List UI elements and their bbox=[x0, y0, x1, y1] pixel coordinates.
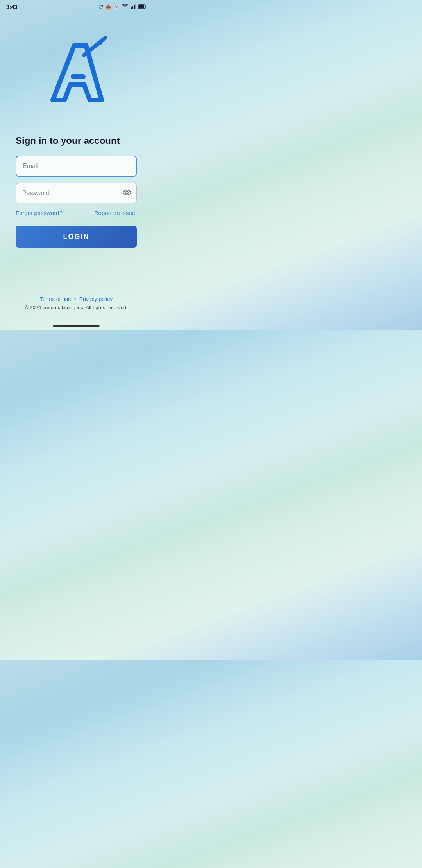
copyright-text: © 2024 cunomial.com, inc. All rights res… bbox=[0, 305, 152, 310]
battery-icon bbox=[138, 4, 146, 10]
app-logo bbox=[37, 30, 115, 108]
privacy-policy-link[interactable]: Privacy policy bbox=[79, 296, 113, 302]
terms-of-use-link[interactable]: Terms of use bbox=[40, 296, 71, 302]
report-issue-link[interactable]: Report an issue! bbox=[94, 210, 137, 216]
home-indicator bbox=[53, 325, 100, 327]
password-input[interactable] bbox=[16, 183, 137, 203]
status-icons: 🛡 📥 👻 bbox=[98, 4, 146, 10]
password-toggle-icon[interactable] bbox=[123, 189, 131, 198]
form-title: Sign in to your account bbox=[16, 135, 137, 146]
svg-rect-1 bbox=[132, 6, 133, 9]
password-wrapper bbox=[16, 183, 137, 203]
form-section: Sign in to your account Forgot password?… bbox=[0, 127, 152, 256]
logo-section bbox=[0, 14, 152, 116]
signal-icon bbox=[131, 4, 136, 10]
email-wrapper bbox=[16, 156, 137, 177]
svg-point-10 bbox=[126, 192, 128, 194]
forgot-password-link[interactable]: Forgot password? bbox=[16, 210, 63, 216]
svg-rect-6 bbox=[139, 5, 144, 8]
links-row: Forgot password? Report an issue! bbox=[16, 210, 137, 216]
svg-rect-3 bbox=[135, 4, 136, 9]
shield-icon: 🛡 bbox=[98, 4, 103, 10]
status-bar: 3:43 🛡 📥 👻 bbox=[0, 0, 152, 14]
wifi-icon bbox=[122, 4, 128, 10]
svg-rect-5 bbox=[145, 5, 146, 7]
footer: Terms of use • Privacy policy © 2024 cun… bbox=[0, 296, 152, 310]
tray-icon: 📥 bbox=[106, 4, 111, 10]
footer-links: Terms of use • Privacy policy bbox=[0, 296, 152, 302]
svg-rect-2 bbox=[134, 5, 135, 9]
svg-rect-0 bbox=[131, 7, 132, 9]
footer-separator: • bbox=[74, 296, 76, 302]
email-input[interactable] bbox=[16, 156, 137, 177]
login-button[interactable]: LOGIN bbox=[16, 226, 137, 248]
status-time: 3:43 bbox=[6, 4, 17, 10]
ghost-icon: 👻 bbox=[114, 4, 120, 10]
